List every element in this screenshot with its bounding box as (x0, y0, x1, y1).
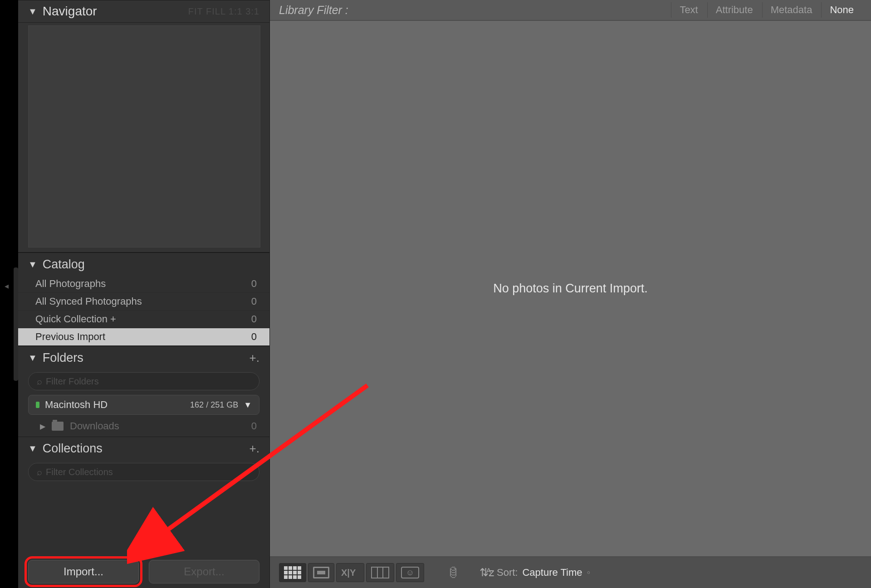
disclosure-triangle-icon: ▼ (28, 443, 37, 454)
grid-icon (284, 566, 301, 579)
folders-title: Folders (43, 351, 83, 365)
view-mode-group: X|Y ☺ (279, 563, 424, 582)
catalog-item-label: Quick Collection + (35, 313, 116, 325)
sort-value: Capture Time (522, 567, 582, 578)
folder-count: 0 (251, 420, 257, 432)
filter-folders-input[interactable]: ⌕ Filter Folders (28, 372, 259, 390)
add-folder-icon[interactable]: +. (250, 351, 259, 365)
disclosure-triangle-icon: ▼ (28, 6, 37, 17)
search-icon: ⌕ (37, 467, 42, 477)
folder-label: Downloads (70, 420, 119, 432)
collections-panel: ▼ Collections +. ⌕ Filter Collections (18, 437, 269, 486)
export-button-label: Export... (184, 565, 224, 578)
catalog-item-count: 0 (251, 331, 257, 343)
volume-size: 162 / 251 GB (190, 400, 238, 410)
people-view-button[interactable]: ☺ (396, 563, 424, 582)
filter-placeholder: Filter Collections (46, 467, 113, 477)
spray-can-icon: 🛢 (447, 565, 460, 580)
folders-panel: ▼ Folders +. ⌕ Filter Folders Macintosh … (18, 346, 269, 437)
library-filter-label: Library Filter : (279, 4, 348, 17)
library-area: Library Filter : Text Attribute Metadata… (270, 0, 871, 588)
catalog-item-count: 0 (251, 313, 257, 325)
disclosure-triangle-icon: ▶ (40, 422, 45, 431)
survey-icon (371, 567, 389, 578)
compare-view-button[interactable]: X|Y (336, 563, 364, 582)
folders-header[interactable]: ▼ Folders +. (18, 346, 269, 369)
panel-collapse-arrow[interactable]: ◂ (5, 281, 9, 291)
catalog-item-label: All Synced Photographs (35, 296, 142, 307)
catalog-title: Catalog (43, 258, 85, 272)
grid-view-button[interactable] (279, 563, 306, 582)
disclosure-triangle-icon: ▼ (28, 259, 37, 270)
filter-tab-text[interactable]: Text (671, 2, 706, 18)
navigator-header[interactable]: ▼ Navigator (28, 4, 97, 19)
filter-collections-input[interactable]: ⌕ Filter Collections (28, 463, 259, 481)
volume-menu-icon[interactable]: ▼ (244, 400, 252, 410)
filter-tab-attribute[interactable]: Attribute (707, 2, 761, 18)
painter-tool-button[interactable]: 🛢 (442, 563, 464, 582)
catalog-panel: ▼ Catalog All Photographs 0 All Synced P… (18, 253, 269, 346)
filter-tab-metadata[interactable]: Metadata (762, 2, 821, 18)
left-sidebar: ▼ Navigator FIT FILL 1:1 3:1 ▼ Catalog A… (18, 0, 270, 588)
sort-direction-icon[interactable]: ⇅ᴬᴢ (480, 566, 492, 579)
loupe-view-button[interactable] (308, 563, 334, 582)
volume-name: Macintosh HD (45, 399, 185, 411)
catalog-item-quick-collection[interactable]: Quick Collection + 0 (18, 311, 269, 328)
catalog-header[interactable]: ▼ Catalog (18, 253, 269, 275)
import-button-label: Import... (64, 565, 103, 578)
library-content: No photos in Current Import. (270, 21, 871, 557)
compare-icon: X|Y (341, 568, 359, 578)
catalog-item-previous-import[interactable]: Previous Import 0 (18, 328, 269, 346)
panel-scroll-handle[interactable] (14, 267, 18, 381)
catalog-item-count: 0 (251, 278, 257, 290)
chevron-icon: ◦ (587, 567, 591, 578)
catalog-item-all-synced[interactable]: All Synced Photographs 0 (18, 293, 269, 311)
catalog-item-count: 0 (251, 296, 257, 307)
sort-control[interactable]: ⇅ᴬᴢ Sort: Capture Time ◦ (480, 566, 590, 579)
disclosure-triangle-icon: ▼ (28, 353, 37, 363)
empty-state-message: No photos in Current Import. (493, 282, 648, 296)
catalog-item-label: Previous Import (35, 331, 105, 343)
collections-title: Collections (43, 442, 103, 456)
volume-status-icon (36, 402, 39, 408)
import-button[interactable]: Import... (28, 560, 139, 583)
catalog-item-label: All Photographs (35, 278, 106, 290)
search-icon: ⌕ (37, 376, 42, 387)
folder-item-downloads[interactable]: ▶ Downloads 0 (18, 418, 269, 437)
add-collection-icon[interactable]: +. (250, 442, 259, 456)
filter-tab-none[interactable]: None (821, 2, 862, 18)
catalog-item-all-photographs[interactable]: All Photographs 0 (18, 275, 269, 293)
import-export-bar: Import... Export... (18, 554, 269, 588)
loupe-icon (313, 567, 329, 578)
collections-header[interactable]: ▼ Collections +. (18, 437, 269, 459)
navigator-panel: ▼ Navigator FIT FILL 1:1 3:1 (18, 0, 269, 253)
navigator-zoom-levels[interactable]: FIT FILL 1:1 3:1 (188, 6, 259, 17)
filter-placeholder: Filter Folders (46, 376, 99, 387)
library-filter-tabs: Text Attribute Metadata None (671, 2, 862, 18)
volume-macintosh-hd[interactable]: Macintosh HD 162 / 251 GB ▼ (28, 395, 259, 415)
people-icon: ☺ (401, 567, 419, 578)
survey-view-button[interactable] (366, 563, 394, 582)
library-filter-bar: Library Filter : Text Attribute Metadata… (270, 0, 871, 21)
folder-icon (52, 422, 64, 431)
navigator-title: Navigator (43, 4, 97, 19)
sort-label: Sort: (497, 567, 518, 578)
navigator-preview[interactable] (28, 25, 260, 248)
export-button[interactable]: Export... (149, 560, 259, 583)
library-toolbar: X|Y ☺ 🛢 ⇅ᴬᴢ Sort: Capture Time ◦ (270, 557, 871, 588)
